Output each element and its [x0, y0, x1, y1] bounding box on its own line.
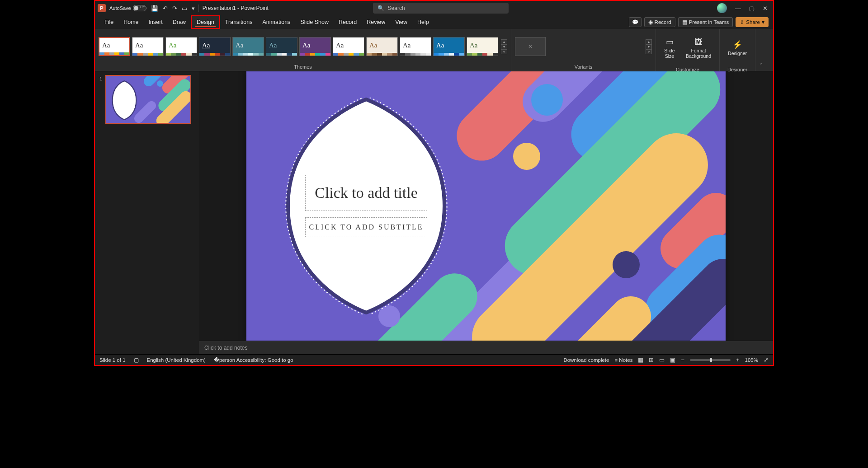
gallery-up-icon[interactable]: ▴: [501, 39, 507, 44]
theme-thumb[interactable]: Aa: [266, 37, 297, 56]
slide-size-icon: ▭: [664, 37, 675, 47]
status-accessibility[interactable]: �person Accessibility: Good to go: [214, 357, 293, 363]
tab-home[interactable]: Home: [118, 15, 143, 29]
present-icon[interactable]: ▭: [182, 5, 187, 12]
slide-thumbnail-panel: 1: [95, 71, 199, 354]
comments-button[interactable]: 💬: [629, 17, 642, 27]
qat-dropdown-icon[interactable]: ▾: [192, 5, 195, 12]
editor-area: Click to add title CLICK TO ADD SUBTITLE…: [199, 71, 773, 354]
slide-number: 1: [99, 76, 102, 81]
gallery-more-icon[interactable]: ▿: [501, 49, 507, 54]
zoom-value[interactable]: 105%: [745, 357, 758, 363]
gallery-down-icon[interactable]: ▾: [501, 44, 507, 49]
maximize-icon[interactable]: ▢: [749, 5, 755, 12]
quick-access-toolbar: 💾 ↶ ↷ ▭ ▾: [151, 5, 195, 12]
group-themes: AaAaAaAaAaAaAaAaAaAaAaAa▴▾▿ Themes: [95, 29, 511, 71]
group-customize: ▭ Slide Size 🖼 Format Background Customi…: [656, 29, 720, 71]
notes-pane[interactable]: Click to add notes: [199, 341, 773, 354]
status-download: Download complete: [563, 357, 609, 363]
redo-icon[interactable]: ↷: [172, 5, 177, 12]
notes-toggle[interactable]: ≡ Notes: [614, 357, 632, 363]
slide-thumbnail[interactable]: [105, 75, 191, 124]
document-title: Presentation1 - PowerPoint: [203, 5, 269, 11]
theme-thumb[interactable]: Aa: [199, 37, 231, 56]
share-button[interactable]: ⇪ Share ▾: [736, 17, 769, 27]
tab-insert[interactable]: Insert: [144, 15, 168, 29]
search-icon: 🔍: [377, 5, 384, 11]
zoom-slider[interactable]: [690, 359, 731, 361]
save-icon[interactable]: 💾: [151, 5, 158, 12]
designer-button[interactable]: ⚡ Designer: [723, 32, 751, 64]
gallery-up-icon[interactable]: ▴: [646, 39, 652, 44]
close-icon[interactable]: ✕: [763, 5, 768, 12]
slide-size-button[interactable]: ▭ Slide Size: [660, 32, 679, 64]
format-background-button[interactable]: 🖼 Format Background: [681, 32, 716, 64]
record-button[interactable]: ◉ Record: [644, 17, 675, 27]
tab-review[interactable]: Review: [362, 15, 390, 29]
theme-thumb[interactable]: Aa: [132, 37, 164, 56]
tab-record[interactable]: Record: [334, 15, 362, 29]
tab-animations[interactable]: Animations: [258, 15, 296, 29]
gallery-down-icon[interactable]: ▾: [646, 44, 652, 49]
tab-draw[interactable]: Draw: [168, 15, 191, 29]
group-variants: ✕ ▴ ▾ ▿ Variants: [511, 29, 656, 71]
status-slide-of[interactable]: Slide 1 of 1: [99, 357, 126, 363]
app-window: P AutoSave Off 💾 ↶ ↷ ▭ ▾ Presentation1 -…: [94, 0, 774, 366]
ribbon-tabs: File Home Insert Draw Design Transitions…: [95, 15, 773, 29]
theme-thumb[interactable]: Aa: [366, 37, 398, 56]
view-slideshow-icon[interactable]: ▣: [670, 356, 675, 363]
group-label-variants: Variants: [511, 64, 656, 71]
zoom-out-icon[interactable]: −: [681, 356, 684, 363]
theme-thumb[interactable]: Aa: [165, 37, 197, 56]
gallery-more-icon[interactable]: ▿: [646, 49, 652, 54]
tab-design[interactable]: Design: [191, 15, 220, 29]
title-placeholder[interactable]: Click to add title: [305, 175, 427, 211]
tab-help[interactable]: Help: [412, 15, 434, 29]
notes-placeholder: Click to add notes: [204, 345, 247, 351]
variants-gallery: ✕ ▴ ▾ ▿: [511, 29, 656, 64]
view-normal-icon[interactable]: ▦: [638, 356, 643, 363]
search-box[interactable]: 🔍 Search: [373, 3, 509, 14]
subtitle-placeholder[interactable]: CLICK TO ADD SUBTITLE: [305, 217, 427, 237]
themes-gallery: AaAaAaAaAaAaAaAaAaAaAaAa▴▾▿: [95, 29, 511, 64]
group-designer: ⚡ Designer Designer: [720, 29, 755, 71]
divider: [198, 5, 199, 12]
theme-thumb[interactable]: Aa: [333, 37, 364, 56]
fit-window-icon[interactable]: ⤢: [764, 356, 769, 363]
designer-icon: ⚡: [732, 39, 743, 50]
tab-slideshow[interactable]: Slide Show: [295, 15, 334, 29]
zoom-in-icon[interactable]: +: [736, 356, 740, 363]
undo-icon[interactable]: ↶: [163, 5, 168, 12]
autosave-label: AutoSave: [109, 5, 131, 11]
user-avatar[interactable]: [717, 3, 727, 13]
tab-file[interactable]: File: [99, 15, 118, 29]
theme-thumb[interactable]: Aa: [99, 37, 130, 56]
slide-canvas-wrap: Click to add title CLICK TO ADD SUBTITLE: [199, 71, 773, 341]
ribbon-body: AaAaAaAaAaAaAaAaAaAaAaAa▴▾▿ Themes ✕ ▴ ▾…: [95, 29, 773, 71]
status-language[interactable]: English (United Kingdom): [147, 357, 206, 363]
autosave-toggle[interactable]: Off: [133, 5, 146, 11]
collapse-ribbon-icon[interactable]: ⌃: [755, 29, 766, 71]
view-reading-icon[interactable]: ▭: [659, 356, 665, 363]
tab-view[interactable]: View: [390, 15, 412, 29]
title-frame: Click to add title CLICK TO ADD SUBTITLE: [283, 98, 450, 314]
title-bar: P AutoSave Off 💾 ↶ ↷ ▭ ▾ Presentation1 -…: [95, 1, 773, 15]
theme-thumb[interactable]: Aa: [467, 37, 498, 56]
group-label-themes: Themes: [95, 64, 511, 71]
minimize-icon[interactable]: —: [735, 5, 741, 12]
theme-thumb[interactable]: Aa: [433, 37, 465, 56]
status-bar: Slide 1 of 1 ▢ English (United Kingdom) …: [95, 354, 773, 365]
slide-canvas[interactable]: Click to add title CLICK TO ADD SUBTITLE: [246, 71, 726, 341]
themes-gallery-controls: ▴▾▿: [501, 39, 507, 54]
powerpoint-icon: P: [98, 4, 106, 12]
status-book-icon[interactable]: ▢: [134, 357, 139, 363]
tab-transitions[interactable]: Transitions: [220, 15, 258, 29]
view-sorter-icon[interactable]: ⊞: [649, 356, 654, 363]
theme-thumb[interactable]: Aa: [232, 37, 264, 56]
work-area: 1: [95, 71, 773, 354]
theme-thumb[interactable]: Aa: [299, 37, 331, 56]
theme-thumb[interactable]: Aa: [400, 37, 431, 56]
search-placeholder: Search: [388, 5, 405, 11]
present-teams-button[interactable]: ▦ Present in Teams: [678, 17, 733, 27]
variant-thumb[interactable]: ✕: [515, 37, 546, 56]
